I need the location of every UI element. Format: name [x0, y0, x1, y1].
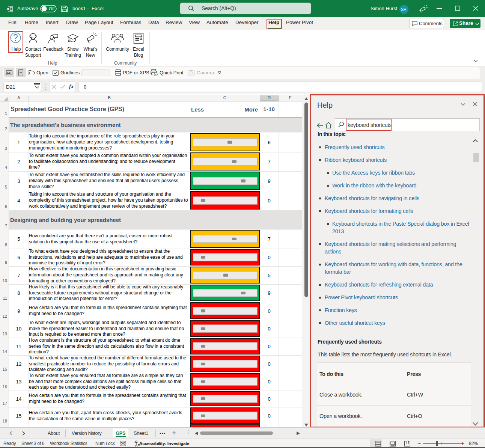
svg-text:Off: Off [49, 6, 55, 11]
